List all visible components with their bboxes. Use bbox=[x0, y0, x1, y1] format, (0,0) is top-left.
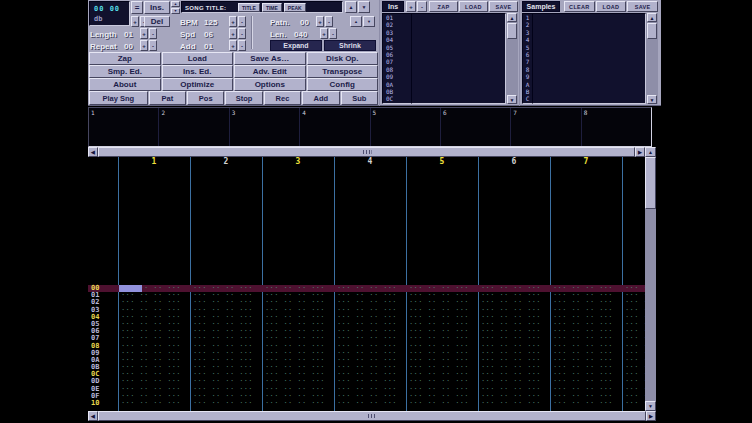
sample-list-item[interactable]: 2 bbox=[523, 21, 532, 28]
arrow-up-button[interactable]: ▲ bbox=[350, 16, 362, 27]
scrollbar-thumb[interactable] bbox=[647, 23, 657, 39]
spinner-plus-button[interactable]: + bbox=[320, 28, 328, 39]
channel-header-number[interactable]: 1 bbox=[118, 157, 190, 168]
spinner-minus-button[interactable]: - bbox=[149, 40, 157, 51]
order-clone-button[interactable]: = bbox=[131, 1, 143, 14]
transport-rec-button[interactable]: Rec bbox=[264, 91, 301, 105]
instrument-add-button[interactable]: + bbox=[406, 1, 416, 12]
sample-load-button[interactable]: LOAD bbox=[596, 1, 627, 12]
channel-header-number[interactable]: 2 bbox=[190, 157, 262, 168]
order-insert-button[interactable]: Ins. bbox=[144, 1, 170, 14]
sample-list-item[interactable]: 1 bbox=[523, 14, 532, 21]
sample-save-button[interactable]: SAVE bbox=[627, 1, 658, 12]
sample-list-item[interactable]: C bbox=[523, 95, 532, 102]
menu-ins-ed-button[interactable]: Ins. Ed. bbox=[162, 65, 234, 78]
pattern-cell[interactable]: ··· ·· ·· ··· bbox=[553, 400, 623, 407]
pattern-cell[interactable]: ··· ·· ·· ··· bbox=[193, 400, 263, 407]
title-toggle-peak[interactable]: PEAK bbox=[284, 3, 306, 12]
transport-play-sng-button[interactable]: Play Sng bbox=[89, 91, 148, 105]
scroll-up-button[interactable]: ▲ bbox=[645, 147, 656, 157]
pattern-cell[interactable]: ··· ·· ·· ··· bbox=[409, 400, 479, 407]
scrollbar-thumb[interactable] bbox=[507, 23, 517, 39]
instrument-name-list[interactable] bbox=[411, 13, 506, 104]
menu-optimize-button[interactable]: Optimize bbox=[162, 78, 234, 91]
order-list[interactable]: 00 00 db bbox=[89, 1, 130, 26]
pattern-cell[interactable]: ··· ·· ·· ··· bbox=[481, 400, 551, 407]
channel-scope[interactable]: 3 bbox=[230, 108, 300, 146]
sample-list-item[interactable]: 3 bbox=[523, 29, 532, 36]
title-toggle-time[interactable]: TIME bbox=[262, 3, 282, 12]
transport-pos-button[interactable]: Pos bbox=[187, 91, 224, 105]
sample-list-item[interactable]: 6 bbox=[523, 51, 532, 58]
instrument-list-item[interactable]: 03 bbox=[383, 29, 411, 36]
arrow-down-button[interactable]: ▼ bbox=[358, 1, 370, 13]
instrument-list-item[interactable]: 0C bbox=[383, 95, 411, 102]
menu-disk-op-button[interactable]: Disk Op. bbox=[307, 52, 379, 65]
channel-scope[interactable]: 4 bbox=[300, 108, 370, 146]
sample-list-item[interactable]: 4 bbox=[523, 36, 532, 43]
scroll-left-button[interactable]: ◀ bbox=[88, 411, 98, 421]
channel-scope[interactable]: 7 bbox=[511, 108, 581, 146]
channel-scope[interactable]: 8 bbox=[582, 108, 651, 146]
channel-header-number[interactable]: 6 bbox=[478, 157, 550, 168]
spinner-minus-button[interactable]: - bbox=[329, 28, 337, 39]
transport-pat-button[interactable]: Pat bbox=[149, 91, 186, 105]
pattern-hscrollbar-top[interactable]: ◀ ▶ bbox=[88, 147, 645, 157]
instrument-list-item[interactable]: 04 bbox=[383, 36, 411, 43]
arrow-down-button[interactable]: ▼ bbox=[171, 8, 180, 14]
sample-name-list[interactable] bbox=[532, 13, 646, 104]
spinner-plus-button[interactable]: + bbox=[229, 16, 237, 27]
instrument-list-item[interactable]: 0B bbox=[383, 88, 411, 95]
scroll-right-button[interactable]: ▶ bbox=[635, 147, 645, 157]
instrument-list-item[interactable]: 08 bbox=[383, 66, 411, 73]
channel-header-number[interactable]: 7 bbox=[550, 157, 622, 168]
instrument-list-item[interactable]: 06 bbox=[383, 51, 411, 58]
menu-load-button[interactable]: Load bbox=[162, 52, 234, 65]
order-delete-button[interactable]: Del bbox=[144, 16, 170, 27]
scroll-left-button[interactable]: ◀ bbox=[88, 147, 98, 157]
channel-scope[interactable]: 5 bbox=[371, 108, 441, 146]
spinner-plus-button[interactable]: + bbox=[229, 40, 237, 51]
menu-zap-button[interactable]: Zap bbox=[89, 52, 161, 65]
instrument-list-item[interactable]: 02 bbox=[383, 21, 411, 28]
instrument-remove-button[interactable]: - bbox=[417, 1, 427, 12]
spinner-plus-button[interactable]: + bbox=[140, 40, 148, 51]
title-toggle-title[interactable]: TITLE bbox=[238, 3, 260, 12]
spinner-minus-button[interactable]: - bbox=[238, 28, 246, 39]
pattern-cell[interactable]: ··· ·· ·· ··· bbox=[625, 400, 645, 407]
instrument-scrollbar[interactable]: ▲ ▼ bbox=[506, 13, 518, 104]
instrument-list-item[interactable]: 09 bbox=[383, 73, 411, 80]
menu-about-button[interactable]: About bbox=[89, 78, 161, 91]
spinner-minus-button[interactable]: - bbox=[325, 16, 333, 27]
scroll-down-button[interactable]: ▼ bbox=[647, 95, 657, 104]
scroll-down-button[interactable]: ▼ bbox=[645, 401, 656, 411]
sample-list-item[interactable]: B bbox=[523, 88, 532, 95]
spinner-plus-button[interactable]: + bbox=[229, 28, 237, 39]
scroll-up-button[interactable]: ▲ bbox=[507, 13, 517, 22]
vscrollbar-thumb[interactable] bbox=[645, 157, 656, 209]
arrow-up-button[interactable]: ▲ bbox=[171, 1, 180, 7]
pattern-cell[interactable]: ··· ·· ·· ··· bbox=[337, 400, 407, 407]
pattern-row[interactable]: 10··· ·· ·· ······ ·· ·· ······ ·· ·· ··… bbox=[88, 400, 645, 407]
spinner-plus-button[interactable]: + bbox=[316, 16, 324, 27]
menu-smp-ed-button[interactable]: Smp. Ed. bbox=[89, 65, 161, 78]
spinner-minus-button[interactable]: - bbox=[238, 16, 246, 27]
channel-scope[interactable]: 1 bbox=[89, 108, 159, 146]
instrument-save-button[interactable]: SAVE bbox=[489, 1, 518, 12]
hscrollbar-thumb[interactable] bbox=[98, 147, 635, 157]
instrument-zap-button[interactable]: ZAP bbox=[429, 1, 458, 12]
spinner-minus-button[interactable]: - bbox=[238, 40, 246, 51]
pattern-grid[interactable]: 00··· ·· ·· ······ ·· ·· ······ ·· ·· ··… bbox=[88, 168, 645, 411]
scroll-down-button[interactable]: ▼ bbox=[507, 95, 517, 104]
menu-save-as-button[interactable]: Save As… bbox=[234, 52, 306, 65]
instrument-list-item[interactable]: 07 bbox=[383, 58, 411, 65]
sample-clear-button[interactable]: CLEAR bbox=[564, 1, 595, 12]
sample-list-item[interactable]: 8 bbox=[523, 66, 532, 73]
arrow-down-button[interactable]: ▼ bbox=[363, 16, 375, 27]
instrument-list-item[interactable]: 05 bbox=[383, 44, 411, 51]
pattern-vscrollbar[interactable]: ▲ ▼ bbox=[645, 147, 656, 411]
sample-list-item[interactable]: A bbox=[523, 81, 532, 88]
transport-add-button[interactable]: Add bbox=[302, 91, 339, 105]
pattern-hscrollbar-bottom[interactable]: ◀ ▶ bbox=[88, 411, 656, 421]
instrument-list-item[interactable]: 0A bbox=[383, 81, 411, 88]
